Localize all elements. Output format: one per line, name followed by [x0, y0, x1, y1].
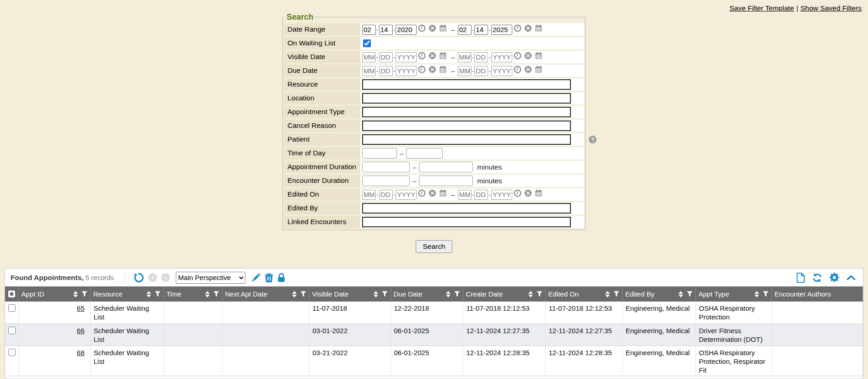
patient-input[interactable]: [362, 134, 571, 145]
appt-id-link[interactable]: 66: [77, 327, 85, 335]
next-page-button[interactable]: ›: [161, 273, 170, 282]
save-filter-template-link[interactable]: Save Filter Template: [729, 4, 794, 12]
edited-by-input[interactable]: [362, 203, 571, 214]
refresh-icon[interactable]: [812, 273, 822, 283]
location-input[interactable]: [362, 93, 571, 104]
day-input[interactable]: [379, 52, 393, 62]
day-input[interactable]: [474, 25, 488, 35]
time-of-day-start-input[interactable]: [362, 148, 397, 159]
filter-icon[interactable]: [382, 291, 388, 297]
filter-icon[interactable]: [81, 291, 87, 297]
month-input[interactable]: [458, 52, 472, 62]
time-of-day-end-input[interactable]: [406, 148, 443, 159]
resource-input[interactable]: [362, 79, 571, 90]
sort-icon[interactable]: [73, 291, 78, 297]
sort-icon[interactable]: [528, 291, 533, 297]
sort-icon[interactable]: [374, 291, 378, 297]
sort-icon[interactable]: [605, 291, 610, 297]
month-input[interactable]: [458, 66, 472, 76]
day-input[interactable]: [379, 190, 393, 200]
clock-icon[interactable]: [514, 52, 521, 60]
day-input[interactable]: [379, 25, 393, 35]
row-select-checkbox[interactable]: [8, 304, 16, 312]
filter-icon[interactable]: [213, 291, 219, 297]
filter-icon[interactable]: [537, 291, 542, 297]
calendar-icon[interactable]: [439, 189, 447, 197]
show-saved-filters-link[interactable]: Show Saved Filters: [800, 4, 862, 12]
month-input[interactable]: [362, 25, 376, 35]
encounter-duration-max-input[interactable]: [419, 176, 473, 186]
clock-icon[interactable]: [514, 66, 521, 73]
sort-icon[interactable]: [754, 291, 759, 297]
month-input[interactable]: [362, 52, 376, 62]
linked-encounters-input[interactable]: [362, 217, 571, 227]
year-input[interactable]: [491, 25, 512, 35]
clock-icon[interactable]: [418, 52, 426, 60]
on-waiting-list-checkbox[interactable]: [363, 39, 371, 47]
calendar-icon[interactable]: [439, 66, 447, 73]
clear-date-icon[interactable]: [429, 24, 436, 32]
calendar-icon[interactable]: [535, 24, 542, 32]
sort-icon[interactable]: [205, 291, 210, 297]
clear-date-icon[interactable]: [524, 52, 532, 60]
select-all-checkbox[interactable]: [8, 291, 15, 297]
clear-date-icon[interactable]: [429, 66, 436, 73]
collapse-chevron-icon[interactable]: [846, 275, 856, 280]
encounter-duration-min-input[interactable]: [362, 176, 410, 186]
day-input[interactable]: [474, 190, 488, 200]
edit-pencil-icon[interactable]: [251, 273, 260, 282]
perspective-select[interactable]: Main Perspective: [176, 272, 245, 284]
help-icon[interactable]: ?: [589, 136, 597, 143]
search-button[interactable]: Search: [416, 240, 452, 253]
prev-page-button[interactable]: ‹: [148, 273, 157, 282]
month-input[interactable]: [362, 66, 376, 76]
sort-icon[interactable]: [146, 291, 151, 297]
row-select-checkbox[interactable]: [8, 327, 16, 334]
calendar-icon[interactable]: [439, 52, 447, 60]
lock-icon[interactable]: [277, 273, 285, 282]
clear-date-icon[interactable]: [524, 66, 532, 73]
filter-icon[interactable]: [687, 291, 693, 297]
clock-icon[interactable]: [418, 189, 426, 197]
year-input[interactable]: [491, 190, 512, 200]
row-select-checkbox[interactable]: [8, 349, 16, 356]
filter-icon[interactable]: [300, 291, 306, 297]
filter-icon[interactable]: [763, 291, 769, 297]
trash-icon[interactable]: [265, 273, 273, 282]
filter-icon[interactable]: [613, 291, 619, 297]
sort-icon[interactable]: [292, 291, 297, 297]
clock-icon[interactable]: [418, 24, 426, 32]
calendar-icon[interactable]: [535, 52, 542, 60]
clock-icon[interactable]: [418, 66, 426, 73]
settings-gear-icon[interactable]: [830, 273, 839, 282]
year-input[interactable]: [396, 190, 417, 200]
year-input[interactable]: [491, 52, 512, 62]
day-input[interactable]: [379, 66, 393, 76]
day-input[interactable]: [474, 52, 488, 62]
filter-icon[interactable]: [454, 291, 460, 297]
undo-icon[interactable]: [134, 272, 144, 283]
appointment-duration-min-input[interactable]: [362, 162, 410, 172]
month-input[interactable]: [458, 190, 472, 200]
day-input[interactable]: [474, 66, 488, 76]
clear-date-icon[interactable]: [429, 189, 436, 197]
sort-icon[interactable]: [446, 291, 450, 297]
year-input[interactable]: [491, 66, 512, 76]
clock-icon[interactable]: [514, 24, 521, 32]
appointment-type-input[interactable]: [362, 107, 571, 117]
sort-icon[interactable]: [678, 291, 683, 297]
year-input[interactable]: [396, 66, 417, 76]
appt-id-link[interactable]: 68: [77, 349, 85, 357]
calendar-icon[interactable]: [535, 189, 542, 197]
calendar-icon[interactable]: [439, 24, 447, 32]
cancel-reason-input[interactable]: [362, 121, 571, 131]
appt-id-link[interactable]: 65: [77, 304, 85, 312]
clear-date-icon[interactable]: [524, 189, 532, 197]
appointment-duration-max-input[interactable]: [419, 162, 473, 172]
month-input[interactable]: [458, 25, 472, 35]
filter-icon[interactable]: [155, 291, 161, 297]
col-header-select[interactable]: [5, 286, 18, 302]
calendar-icon[interactable]: [535, 66, 542, 73]
year-input[interactable]: [396, 52, 417, 62]
month-input[interactable]: [362, 190, 376, 200]
